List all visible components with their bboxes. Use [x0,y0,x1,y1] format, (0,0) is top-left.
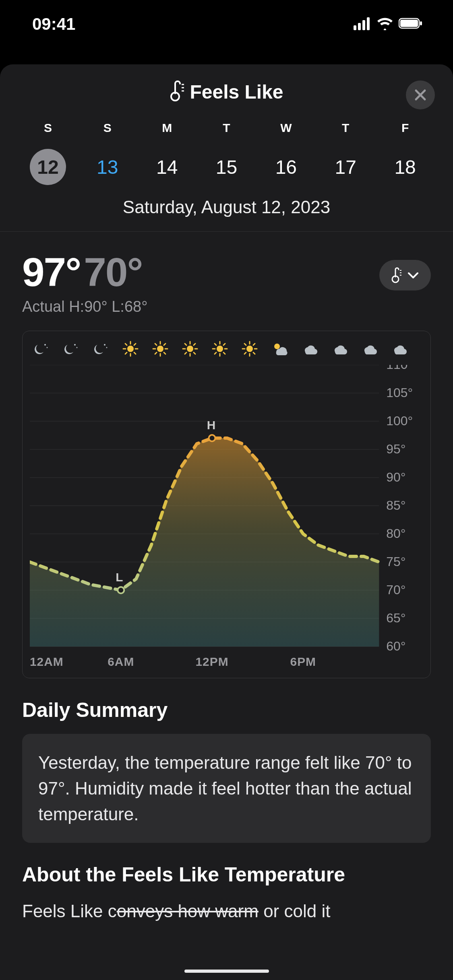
daily-summary-card: Yesterday, the temperature range felt li… [22,734,431,843]
day-16[interactable]: W16 [256,121,316,185]
about-text-pre: Feels Like c [22,901,117,921]
svg-point-50 [217,346,223,352]
sun-icon [211,340,229,358]
svg-line-65 [253,352,255,354]
partly-icon [271,340,288,358]
day-number: 12 [37,156,58,178]
temps-row: 97°70° Actual H:90° L:68° [0,232,453,319]
feels-like-low: 70° [84,249,142,294]
day-letter: W [256,121,316,135]
sheet-title: Feels Like [190,81,283,103]
wifi-icon [376,16,394,32]
day-letter: T [197,121,256,135]
day-14[interactable]: M14 [137,121,197,185]
svg-text:65°: 65° [386,611,405,625]
close-icon [414,89,426,101]
day-12[interactable]: S12 [18,121,78,185]
night-icon [92,340,110,358]
cellular-icon [354,16,371,32]
feels-like-range: 97°70° [22,252,147,292]
svg-line-38 [164,352,165,354]
status-time: 09:41 [32,14,75,34]
svg-rect-0 [354,25,356,30]
svg-rect-5 [400,20,418,27]
chevron-down-icon [407,272,419,279]
hourly-chart[interactable]: 110°105°100°95°90°85°80°75°70°65°60°HL12… [22,331,431,678]
svg-line-29 [134,352,136,354]
svg-line-39 [164,344,165,345]
svg-line-30 [134,344,136,345]
svg-line-55 [215,344,216,345]
svg-point-22 [106,347,108,348]
svg-point-20 [77,347,78,348]
chart-canvas: 110°105°100°95°90°85°80°75°70°65°60°HL12… [30,365,423,671]
svg-line-67 [244,352,246,354]
svg-rect-3 [367,17,370,30]
svg-text:6PM: 6PM [290,655,316,668]
daily-summary-text: Yesterday, the temperature range felt li… [38,750,415,827]
day-17[interactable]: T17 [316,121,375,185]
svg-text:70°: 70° [386,583,405,597]
close-button[interactable] [406,80,435,109]
cloud-icon [360,340,378,358]
detail-sheet: Feels Like S12S13M14T15W16T17F18 Saturda… [0,64,453,980]
day-letter: T [316,121,375,135]
svg-point-68 [274,344,280,349]
svg-point-93 [118,587,124,593]
day-13[interactable]: S13 [78,121,137,185]
day-18[interactable]: F18 [375,121,435,185]
svg-line-64 [244,344,246,345]
day-letter: S [18,121,78,135]
svg-line-28 [125,344,127,345]
svg-line-56 [223,352,225,354]
condition-icons-row [30,340,423,358]
svg-line-48 [194,344,195,345]
about-text-struck: onveys how warm [117,901,259,921]
sun-icon [241,340,259,358]
svg-text:95°: 95° [386,442,405,456]
cloud-icon [330,340,348,358]
thermometer-icon [170,80,185,103]
sun-icon [151,340,169,358]
feels-like-high: 97° [22,249,81,294]
day-letter: S [78,121,137,135]
svg-text:6AM: 6AM [108,655,134,668]
about-title: About the Feels Like Temperature [0,843,453,898]
svg-point-91 [209,435,215,441]
svg-rect-1 [358,23,361,30]
thermometer-icon [391,267,402,283]
actual-temps: Actual H:90° L:68° [22,298,147,315]
day-number: 13 [97,156,118,178]
svg-text:80°: 80° [386,526,405,541]
cloud-icon [300,340,318,358]
svg-rect-2 [362,20,365,30]
svg-text:12AM: 12AM [30,655,64,668]
sheet-header: Feels Like S12S13M14T15W16T17F18 Saturda… [0,64,453,232]
status-indicators [354,16,423,32]
svg-point-23 [127,346,134,352]
day-number: 16 [275,156,297,178]
svg-point-19 [74,344,76,346]
sun-icon [181,340,199,358]
day-15[interactable]: T15 [197,121,256,185]
svg-line-66 [253,344,255,345]
day-selector: S12S13M14T15W16T17F18 [0,103,453,185]
svg-point-41 [187,346,193,352]
battery-icon [399,17,423,31]
svg-text:100°: 100° [386,414,413,428]
svg-rect-6 [420,21,422,25]
sun-icon [122,340,139,358]
about-text: Feels Like conveys how warm or cold it [0,898,453,924]
day-number: 15 [216,156,237,178]
svg-line-58 [215,352,216,354]
cloud-icon [390,340,407,358]
day-number: 18 [394,156,416,178]
svg-line-57 [223,344,225,345]
daily-summary-title: Daily Summary [0,678,453,734]
svg-line-31 [125,352,127,354]
svg-line-49 [185,352,186,354]
home-indicator[interactable] [184,970,269,973]
svg-point-18 [47,347,48,348]
svg-point-59 [246,346,253,352]
metric-selector-button[interactable] [379,260,431,290]
